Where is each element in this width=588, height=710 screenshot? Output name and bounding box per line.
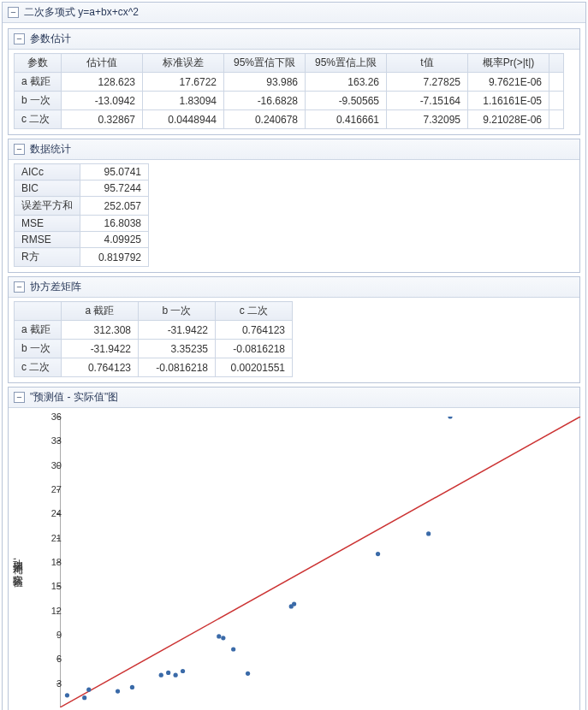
pred-actual-chart: 功率消耗, 实际值 369121518212427303336: [9, 411, 588, 710]
table-row: c 二次0.328670.04489440.2406780.4166617.32…: [15, 110, 564, 129]
svg-point-9: [174, 673, 178, 677]
chart-header: − "预测值 - 实际值"图: [9, 388, 579, 408]
collapse-icon[interactable]: −: [14, 281, 25, 293]
column-header: [15, 302, 62, 321]
chart-panel: − "预测值 - 实际值"图 功率消耗, 实际值 369121518212427…: [8, 387, 580, 710]
svg-point-10: [181, 669, 185, 673]
svg-point-19: [448, 417, 452, 419]
column-header: a 截距: [62, 302, 139, 321]
svg-point-3: [82, 695, 86, 700]
column-header: b 一次: [139, 302, 216, 321]
svg-point-13: [231, 647, 235, 651]
svg-point-7: [159, 673, 163, 677]
table-row: c 二次0.764123-0.08162180.00201551: [15, 358, 293, 377]
plot-area: [60, 417, 584, 707]
collapse-icon[interactable]: −: [14, 33, 25, 44]
stats-header: − 数据统计: [9, 139, 579, 160]
svg-point-18: [426, 531, 431, 535]
svg-point-2: [65, 693, 69, 697]
table-row: R方0.819792: [15, 248, 149, 267]
svg-point-17: [376, 552, 380, 556]
svg-point-6: [130, 685, 134, 689]
svg-point-12: [221, 636, 225, 640]
table-row: b 一次-13.09421.83094-16.6828-9.50565-7.15…: [15, 92, 564, 110]
collapse-icon[interactable]: −: [8, 7, 19, 18]
svg-point-16: [292, 602, 296, 606]
column-header: 标准误差: [143, 54, 224, 73]
svg-point-11: [217, 634, 221, 638]
y-axis-label: 功率消耗, 实际值: [10, 551, 25, 572]
table-row: RMSE4.09925: [15, 232, 149, 248]
table-row: BIC95.7244: [15, 180, 149, 197]
column-header: 参数: [15, 54, 62, 73]
chart-title: "预测值 - 实际值"图: [30, 390, 118, 405]
svg-point-5: [116, 689, 120, 694]
stats-table: AICc95.0741BIC95.7244误差平方和252.057MSE16.8…: [14, 163, 149, 267]
stats-title: 数据统计: [30, 142, 71, 157]
stats-panel: − 数据统计 AICc95.0741BIC95.7244误差平方和252.057…: [8, 139, 580, 273]
cov-title: 协方差矩阵: [30, 280, 81, 294]
params-header: − 参数估计: [9, 29, 579, 50]
svg-line-1: [60, 417, 580, 707]
column-header: 概率Pr(>|t|): [468, 54, 549, 73]
cov-header: − 协方差矩阵: [9, 277, 579, 298]
table-row: AICc95.0741: [15, 164, 149, 180]
table-row: a 截距128.62317.672293.986163.267.278259.7…: [15, 73, 564, 92]
column-header: 95%置信上限: [306, 54, 387, 73]
cov-table: a 截距b 一次c 二次a 截距312.308-31.94220.764123b…: [14, 301, 293, 377]
table-row: MSE16.8038: [15, 216, 149, 232]
svg-point-4: [86, 688, 91, 692]
table-row: b 一次-31.94223.35235-0.0816218: [15, 340, 293, 358]
table-row: a 截距312.308-31.94220.764123: [15, 321, 293, 340]
column-header: 估计值: [62, 54, 143, 73]
svg-point-14: [246, 672, 250, 676]
collapse-icon[interactable]: −: [14, 392, 25, 403]
svg-point-8: [166, 671, 170, 675]
params-title: 参数估计: [30, 32, 71, 46]
collapse-icon[interactable]: −: [14, 144, 25, 155]
params-panel: − 参数估计 参数估计值标准误差95%置信下限95%置信上限t值概率Pr(>|t…: [8, 28, 580, 135]
table-row: 误差平方和252.057: [15, 197, 149, 216]
column-header: 95%置信下限: [224, 54, 306, 73]
column-header: c 二次: [216, 302, 293, 321]
main-title: 二次多项式 y=a+bx+cx^2: [24, 5, 139, 20]
column-header: t值: [387, 54, 468, 73]
params-table: 参数估计值标准误差95%置信下限95%置信上限t值概率Pr(>|t|)a 截距1…: [14, 53, 564, 129]
cov-panel: − 协方差矩阵 a 截距b 一次c 二次a 截距312.308-31.94220…: [8, 276, 580, 383]
main-panel: − 二次多项式 y=a+bx+cx^2 − 参数估计 参数估计值标准误差95%置…: [2, 2, 586, 710]
main-header: − 二次多项式 y=a+bx+cx^2: [3, 3, 585, 23]
